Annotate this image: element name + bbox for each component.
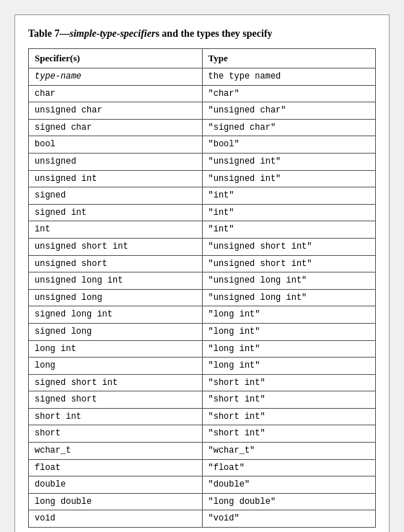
type-cell: "wchar_t" xyxy=(202,443,376,460)
type-cell: "int" xyxy=(202,187,376,205)
specifier-cell: long xyxy=(29,358,203,375)
type-cell: "unsigned char" xyxy=(202,102,376,120)
specifier-cell: short xyxy=(29,425,203,443)
specifier-cell: signed int xyxy=(29,204,203,221)
specifier-cell: unsigned long xyxy=(29,289,203,306)
type-cell: "unsigned int" xyxy=(202,170,376,187)
type-cell: "int" xyxy=(202,204,376,221)
table-row: int"int" xyxy=(29,221,376,239)
type-cell: "short int" xyxy=(202,425,376,443)
type-cell: "long int" xyxy=(202,358,376,375)
col-header-type: Type xyxy=(202,49,376,68)
specifier-cell: signed char xyxy=(29,119,203,136)
specifier-cell: signed short int xyxy=(29,374,203,391)
specifier-cell: void xyxy=(29,510,203,528)
specifier-cell: char xyxy=(29,85,203,102)
type-cell: "double" xyxy=(202,476,376,494)
type-cell: "long int" xyxy=(202,340,376,358)
specifier-cell: bool xyxy=(29,136,203,154)
table-row: float"float" xyxy=(29,459,376,476)
table-row: type-namethe type named xyxy=(29,68,376,86)
type-cell: "short int" xyxy=(202,408,376,425)
specifier-cell: type-name xyxy=(29,68,203,86)
specifier-cell: int xyxy=(29,221,203,239)
type-cell: "long int" xyxy=(202,323,376,340)
table-row: unsigned char"unsigned char" xyxy=(29,102,376,120)
table-row: short"short int" xyxy=(29,425,376,443)
table-row: signed short"short int" xyxy=(29,391,376,409)
specifier-cell: unsigned short int xyxy=(29,238,203,255)
specifier-cell: signed short xyxy=(29,391,203,409)
specifier-cell: unsigned short xyxy=(29,255,203,272)
specifier-cell: signed long xyxy=(29,323,203,340)
type-cell: "void" xyxy=(202,510,376,528)
type-cell: "unsigned long int" xyxy=(202,272,376,290)
page-container: Table 7—simple-type-specifiers and the t… xyxy=(14,14,390,532)
table-row: signed short int"short int" xyxy=(29,374,376,391)
table-row: unsigned long"unsigned long int" xyxy=(29,289,376,306)
type-cell: "unsigned long int" xyxy=(202,289,376,306)
specifier-cell: wchar_t xyxy=(29,443,203,460)
table-row: unsigned int"unsigned int" xyxy=(29,170,376,187)
table-row: signed char"signed char" xyxy=(29,119,376,136)
type-cell: the type named xyxy=(202,68,376,86)
table-row: long double"long double" xyxy=(29,493,376,510)
type-cell: "unsigned short int" xyxy=(202,238,376,255)
table-row: double"double" xyxy=(29,476,376,494)
type-cell: "short int" xyxy=(202,391,376,409)
type-cell: "unsigned short int" xyxy=(202,255,376,272)
table-row: unsigned short"unsigned short int" xyxy=(29,255,376,272)
specifier-cell: double xyxy=(29,476,203,494)
table-row: bool"bool" xyxy=(29,136,376,154)
table-row: signed"int" xyxy=(29,187,376,205)
col-header-specifier: Specifier(s) xyxy=(29,49,203,68)
main-table: Specifier(s) Type type-namethe type name… xyxy=(28,48,376,528)
table-row: signed int"int" xyxy=(29,204,376,221)
type-cell: "unsigned int" xyxy=(202,153,376,170)
table-row: char"char" xyxy=(29,85,376,102)
specifier-cell: unsigned xyxy=(29,153,203,170)
type-cell: "int" xyxy=(202,221,376,239)
specifier-cell: signed long int xyxy=(29,306,203,324)
table-row: long"long int" xyxy=(29,358,376,375)
type-cell: "char" xyxy=(202,85,376,102)
table-row: void"void" xyxy=(29,510,376,528)
table-row: signed long int"long int" xyxy=(29,306,376,324)
type-cell: "signed char" xyxy=(202,119,376,136)
type-cell: "long int" xyxy=(202,306,376,324)
specifier-cell: float xyxy=(29,459,203,476)
type-cell: "float" xyxy=(202,459,376,476)
table-row: signed long"long int" xyxy=(29,323,376,340)
table-row: long int"long int" xyxy=(29,340,376,358)
type-cell: "bool" xyxy=(202,136,376,154)
table-row: unsigned"unsigned int" xyxy=(29,153,376,170)
specifier-cell: signed xyxy=(29,187,203,205)
specifier-cell: long double xyxy=(29,493,203,510)
table-row: wchar_t"wchar_t" xyxy=(29,443,376,460)
specifier-cell: unsigned int xyxy=(29,170,203,187)
table-row: unsigned short int"unsigned short int" xyxy=(29,238,376,255)
specifier-cell: unsigned long int xyxy=(29,272,203,290)
specifier-cell: unsigned char xyxy=(29,102,203,120)
table-row: unsigned long int"unsigned long int" xyxy=(29,272,376,290)
table-title: Table 7—simple-type-specifiers and the t… xyxy=(28,28,376,40)
specifier-cell: long int xyxy=(29,340,203,358)
specifier-cell: short int xyxy=(29,408,203,425)
table-row: short int"short int" xyxy=(29,408,376,425)
type-cell: "short int" xyxy=(202,374,376,391)
type-cell: "long double" xyxy=(202,493,376,510)
